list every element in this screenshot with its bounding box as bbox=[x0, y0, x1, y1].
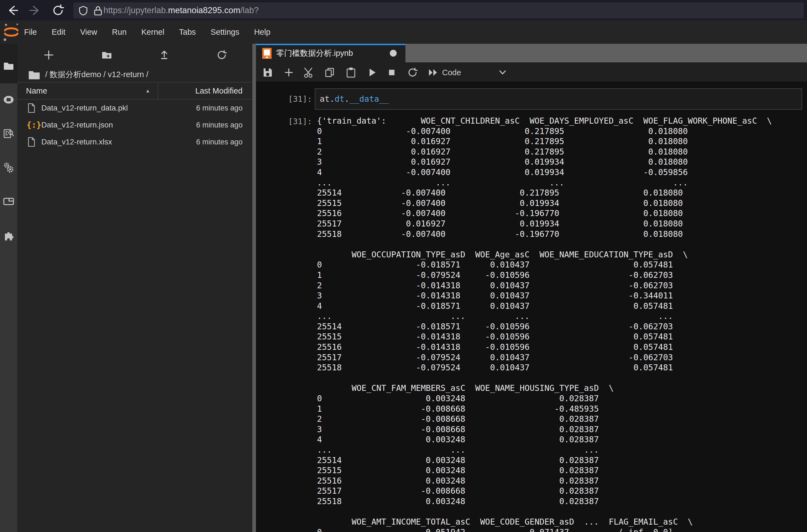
menu-view[interactable]: View bbox=[73, 20, 105, 44]
file-modified: 6 minutes ago bbox=[196, 133, 242, 150]
jupyterlab-menu-bar: File Edit View Run Kernel Tabs Settings … bbox=[0, 20, 807, 44]
running-sessions-icon[interactable] bbox=[3, 94, 14, 105]
notebook-tab-title: 零门槛数据分析.ipynb bbox=[276, 44, 353, 62]
file-modified: 6 minutes ago bbox=[196, 99, 242, 116]
file-list-header: Name ▲ Last Modified bbox=[17, 82, 252, 99]
paste-cells-icon[interactable] bbox=[345, 67, 357, 78]
activity-bar bbox=[0, 44, 17, 532]
file-name: Data_v12-return.xlsx bbox=[41, 133, 112, 150]
upload-icon[interactable] bbox=[159, 49, 170, 61]
browser-forward-icon[interactable] bbox=[29, 4, 42, 17]
notebook-tab[interactable]: 零门槛数据分析.ipynb bbox=[256, 44, 405, 62]
code-cell-text[interactable]: at.dt.__data__ bbox=[320, 89, 389, 109]
json-file-icon: {:} bbox=[26, 120, 36, 130]
browser-back-icon[interactable] bbox=[6, 4, 19, 17]
copy-cells-icon[interactable] bbox=[324, 67, 336, 78]
browser-refresh-icon[interactable] bbox=[52, 4, 65, 17]
chevron-down-icon[interactable] bbox=[498, 69, 507, 77]
breadcrumb: / 数据分析demo / v12-return / bbox=[17, 68, 252, 81]
extensions-puzzle-icon[interactable] bbox=[3, 230, 14, 241]
url-scheme: https://jupyterlab. bbox=[104, 5, 168, 15]
cut-cells-scissors-icon[interactable] bbox=[303, 67, 314, 78]
menu-run[interactable]: Run bbox=[105, 20, 134, 44]
open-tabs-icon[interactable] bbox=[3, 196, 14, 207]
code-cell-input[interactable]: at.dt.__data__ bbox=[315, 88, 802, 110]
tab-bar: 零门槛数据分析.ipynb bbox=[256, 44, 807, 62]
breadcrumb-path[interactable]: / 数据分析demo / v12-return / bbox=[45, 68, 148, 81]
panel-splitter[interactable] bbox=[252, 44, 256, 532]
menu-settings[interactable]: Settings bbox=[203, 20, 246, 44]
home-folder-icon[interactable] bbox=[28, 70, 40, 80]
new-launcher-plus-icon[interactable] bbox=[43, 49, 54, 61]
insert-cell-plus-icon[interactable] bbox=[283, 67, 295, 78]
sort-ascending-icon[interactable]: ▲ bbox=[145, 82, 150, 99]
menu-file[interactable]: File bbox=[17, 20, 44, 44]
file-icon bbox=[26, 137, 36, 147]
notebook-content: [31]: at.dt.__data__ [31]: {'train_data'… bbox=[256, 83, 807, 532]
browser-chrome: https://jupyterlab.metanoia8295.com/lab? bbox=[0, 0, 807, 20]
save-icon[interactable] bbox=[262, 67, 274, 78]
file-row-json[interactable]: {:} Data_v12-return.json 6 minutes ago bbox=[17, 116, 252, 133]
refresh-file-list-icon[interactable] bbox=[216, 49, 227, 61]
file-row-pkl[interactable]: Data_v12-return_data.pkl 6 minutes ago bbox=[17, 99, 252, 116]
menu-help[interactable]: Help bbox=[246, 20, 278, 44]
menu-items: File Edit View Run Kernel Tabs Settings … bbox=[17, 20, 278, 44]
new-folder-icon[interactable] bbox=[101, 49, 112, 61]
run-cell-icon[interactable] bbox=[366, 67, 378, 78]
file-modified: 6 minutes ago bbox=[196, 116, 242, 133]
column-divider bbox=[158, 82, 158, 99]
output-prompt: [31]: bbox=[282, 117, 312, 126]
menu-edit[interactable]: Edit bbox=[44, 20, 73, 44]
notebook-panel: 零门槛数据分析.ipynb bbox=[256, 44, 807, 532]
tracking-protection-shield-icon[interactable] bbox=[78, 6, 88, 16]
restart-run-all-fast-forward-icon[interactable] bbox=[427, 67, 439, 78]
interrupt-kernel-stop-icon[interactable] bbox=[386, 67, 398, 78]
file-name: Data_v12-return.json bbox=[41, 116, 113, 133]
notebook-toolbar: Code bbox=[256, 62, 807, 82]
input-prompt: [31]: bbox=[282, 94, 312, 104]
column-header-name[interactable]: Name bbox=[26, 82, 47, 99]
unsaved-changes-dot-icon[interactable] bbox=[390, 50, 397, 57]
file-browser-panel: / 数据分析demo / v12-return / Name ▲ Last Mo… bbox=[17, 44, 252, 532]
cell-output-text: {'train_data': WOE_CNT_CHILDREN_asC WOE_… bbox=[317, 116, 772, 532]
table-of-contents-search-icon[interactable] bbox=[3, 128, 14, 139]
url-domain: metanoia8295.com bbox=[168, 5, 240, 15]
url-path: /lab? bbox=[240, 5, 259, 15]
file-browser-icon[interactable] bbox=[3, 60, 14, 71]
menu-tabs[interactable]: Tabs bbox=[172, 20, 203, 44]
url-bar[interactable]: https://jupyterlab.metanoia8295.com/lab? bbox=[73, 2, 804, 18]
https-lock-icon[interactable] bbox=[93, 5, 103, 16]
restart-kernel-icon[interactable] bbox=[407, 67, 418, 78]
file-name: Data_v12-return_data.pkl bbox=[41, 99, 128, 116]
url-text[interactable]: https://jupyterlab.metanoia8295.com/lab? bbox=[104, 2, 259, 18]
column-header-last-modified[interactable]: Last Modified bbox=[196, 82, 243, 99]
file-icon bbox=[26, 103, 36, 113]
cell-type-dropdown[interactable]: Code bbox=[442, 62, 461, 82]
file-row-xlsx[interactable]: Data_v12-return.xlsx 6 minutes ago bbox=[17, 133, 252, 150]
menu-kernel[interactable]: Kernel bbox=[134, 20, 172, 44]
notebook-file-icon bbox=[262, 48, 272, 59]
property-inspector-gears-icon[interactable] bbox=[3, 162, 14, 173]
